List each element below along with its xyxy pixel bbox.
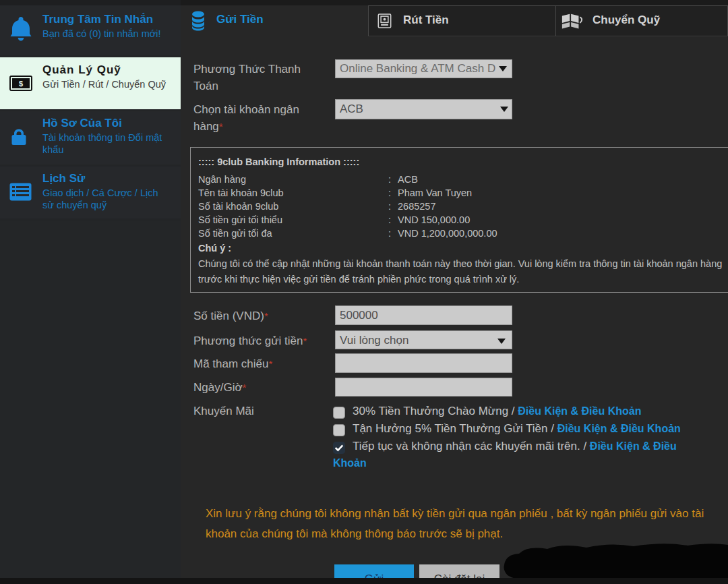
svg-text:$: $ (19, 80, 23, 88)
